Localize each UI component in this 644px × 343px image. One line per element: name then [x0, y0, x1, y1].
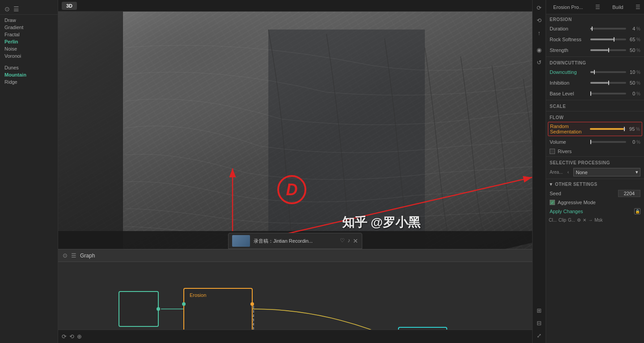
random-sedimentation-bar	[590, 128, 624, 130]
random-sedimentation-slider[interactable]	[590, 128, 626, 130]
divider-5	[546, 179, 644, 179]
param-downcutting-value: 10 %	[628, 69, 640, 75]
toolbar-icon-1[interactable]: ⟳	[62, 333, 67, 340]
menu-icon[interactable]: ☰	[13, 5, 19, 13]
random-sedimentation-handle	[624, 127, 625, 131]
base-level-slider[interactable]	[590, 93, 626, 94]
downcutting-bar	[590, 71, 594, 73]
erosion-pro-tab[interactable]: Erosion Pro...	[550, 3, 587, 11]
heart-icon[interactable]: ♡	[340, 237, 345, 244]
toolbar-icon-2[interactable]: ⟲	[69, 333, 74, 340]
param-random-sedimentation-value: 95 %	[627, 126, 640, 132]
layers-btn[interactable]: ⊙	[63, 252, 68, 259]
param-duration-value: 4 %	[628, 26, 640, 31]
param-downcutting-row: Downcutting 10 %	[546, 67, 644, 77]
other-settings-header: ▼ OTHER SETTINGS	[546, 180, 644, 189]
app-container: ⊙ ☰ Draw Gradient Fractal Perlin Noise V…	[0, 0, 644, 343]
seed-row: Seed 2204	[546, 189, 644, 198]
sidebar-item-mountain[interactable]: Mountain	[0, 71, 58, 78]
right-panel: Erosion Pro... ☰ Build ☰ EROSION Duratio…	[546, 0, 644, 343]
tool-icon-4[interactable]: ◉	[534, 45, 544, 55]
tool-icon-1[interactable]: ⟳	[534, 3, 544, 13]
close-recording-icon[interactable]: ✕	[353, 237, 358, 244]
chevron-down-icon: ▾	[636, 169, 638, 175]
volume-icon[interactable]: ♪	[347, 237, 350, 244]
param-rock-softness-label: Rock Softness	[550, 37, 590, 42]
section-flow: FLOW	[546, 112, 644, 121]
chevron-left-btn[interactable]: ‹	[564, 169, 572, 176]
section-erosion: EROSION	[546, 14, 644, 23]
strength-slider[interactable]	[590, 49, 626, 51]
aggressive-mode-checkbox[interactable]: ✓	[550, 200, 555, 205]
recording-icons: ♡ ♪ ✕	[340, 237, 358, 244]
tool-icon-7[interactable]: ⊟	[534, 318, 544, 328]
erosion-node-label: Erosion	[190, 292, 206, 298]
build-tab[interactable]: Build	[609, 3, 627, 11]
section-downcutting: DOWNCUTTING	[546, 58, 644, 67]
toolbar-icon-3[interactable]: ⊕	[77, 333, 82, 340]
param-volume-value: 0 %	[628, 139, 640, 145]
lock-icon[interactable]: 🔒	[634, 208, 640, 214]
area-label: Area...	[550, 170, 563, 175]
none-dropdown[interactable]: None ▾	[573, 168, 640, 176]
param-duration-row: Duration 4 %	[546, 23, 644, 34]
tool-icon-8[interactable]: ⤢	[534, 330, 544, 340]
sidebar-item-voronoi[interactable]: Voronoi	[0, 52, 58, 60]
panel-menu-icon[interactable]: ☰	[595, 4, 600, 10]
build-menu-icon[interactable]: ☰	[636, 4, 640, 10]
tool-icon-6[interactable]: ⊞	[534, 305, 544, 315]
cross-icon: ✕	[583, 218, 586, 223]
volume-slider[interactable]	[590, 141, 626, 143]
strength-handle	[608, 48, 609, 52]
param-random-sedimentation-row: Random Sedimentation 95 %	[548, 122, 642, 136]
top-bar: 3D	[58, 0, 532, 12]
right-toolbar: ⟳ ⟲ ↑ ◉ ↺ ⊞ ⊟ ⤢	[532, 0, 546, 343]
rivers-label: Rivers	[558, 149, 572, 154]
rock-softness-slider[interactable]	[590, 39, 626, 40]
terrain-overlay	[58, 12, 532, 249]
inhibition-slider[interactable]	[590, 82, 626, 84]
seed-label: Seed	[550, 191, 618, 196]
graph-title: Graph	[80, 253, 95, 259]
msk-label: Msk	[594, 218, 602, 223]
tab-3d[interactable]: 3D	[62, 2, 77, 10]
sidebar-item-dunes[interactable]: Dunes	[0, 64, 58, 71]
param-inhibition-value: 50 %	[628, 80, 640, 86]
downcutting-slider[interactable]	[590, 71, 626, 73]
tool-icon-2[interactable]: ⟲	[534, 15, 544, 25]
layers-icon[interactable]: ⊙	[4, 5, 10, 13]
viewport-3d: D 知乎 @罗小黑 录音稿：Jintian Recordin... ♡ ♪ ✕	[58, 12, 532, 249]
tool-icon-5[interactable]: ↺	[534, 57, 544, 67]
apply-row: Apply Changes 🔒	[546, 206, 644, 216]
param-inhibition-label: Inhibition	[550, 80, 590, 86]
node-green-input[interactable]	[119, 291, 159, 327]
rivers-checkbox[interactable]	[550, 149, 555, 154]
section-selective: SELECTIVE PROCESSING	[546, 158, 644, 167]
sidebar-item-perlin[interactable]: Perlin	[0, 38, 58, 45]
sidebar-item-fractal[interactable]: Fractal	[0, 31, 58, 38]
collapse-icon[interactable]: ▼	[549, 182, 553, 187]
seed-value[interactable]: 2204	[618, 190, 640, 197]
duration-handle	[592, 26, 593, 31]
erosion-input-dot	[182, 302, 186, 306]
g-label: G...	[568, 218, 575, 223]
sidebar-item-draw[interactable]: Draw	[0, 17, 58, 24]
graph-bottom-toolbar: ⟳ ⟲ ⊕	[58, 330, 532, 343]
inhibition-handle	[608, 81, 609, 85]
divider-1	[546, 56, 644, 57]
aggressive-mode-row: ✓ Aggressive Mode	[546, 198, 644, 206]
sidebar-item-ridge[interactable]: Ridge	[0, 78, 58, 86]
duration-slider[interactable]	[590, 28, 626, 30]
param-random-sedimentation-label: Random Sedimentation	[550, 124, 590, 134]
param-inhibition-row: Inhibition 50 %	[546, 77, 644, 88]
sidebar-item-gradient[interactable]: Gradient	[0, 24, 58, 31]
cl-label: Cl...	[549, 218, 557, 223]
param-strength-row: Strength 50 %	[546, 45, 644, 56]
selective-processing-row: Area... ‹ None ▾	[546, 167, 644, 178]
graph-header: ⊙ ☰ Graph	[58, 249, 532, 262]
sidebar-item-noise[interactable]: Noise	[0, 45, 58, 52]
menu-btn[interactable]: ☰	[71, 252, 76, 259]
apply-changes-button[interactable]: Apply Changes	[550, 209, 631, 214]
volume-handle	[590, 140, 591, 144]
tool-icon-3[interactable]: ↑	[534, 28, 544, 38]
